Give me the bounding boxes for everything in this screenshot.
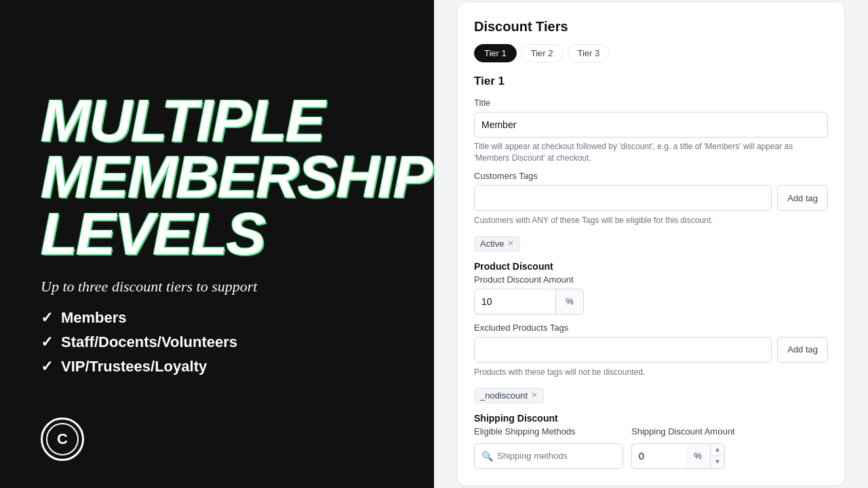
card-title: Discount Tiers — [474, 19, 828, 35]
title-input[interactable] — [474, 112, 828, 138]
excluded-tags-hint: Products with these tags will not be dis… — [474, 367, 828, 378]
tier-tabs: Tier 1 Tier 2 Tier 3 — [474, 44, 828, 62]
excluded-tags-row: Add tag — [474, 337, 828, 363]
title-hint-text: Title will appear at checkout followed b… — [474, 141, 828, 164]
shipping-percent-symbol: % — [686, 443, 710, 469]
customer-tags-hint: Customers with ANY of these Tags will be… — [474, 215, 828, 226]
discount-tiers-card: Discount Tiers Tier 1 Tier 2 Tier 3 Tier… — [458, 3, 844, 485]
spinner-down-button[interactable]: ▼ — [711, 456, 724, 468]
shipping-methods-label: Eligible Shipping Methods — [474, 426, 623, 436]
logo-letter: C — [57, 430, 68, 448]
tag-chip-nodiscount: _nodiscount ✕ — [474, 388, 544, 403]
shipping-amount-label: Shipping Discount Amount — [631, 426, 734, 436]
shipping-methods-search[interactable]: 🔍 — [474, 443, 623, 469]
customer-tags-group: Customers Tags Add tag Customers with AN… — [474, 171, 828, 251]
logo-outer-circle: C — [41, 418, 84, 461]
main-title: MULTIPLE MEMBERSHIP LEVELS — [41, 92, 393, 262]
customer-tag-input-wrap — [474, 185, 772, 211]
product-discount-section: Product Discount Product Discount Amount… — [474, 261, 828, 314]
left-panel: MULTIPLE MEMBERSHIP LEVELS Up to three d… — [0, 0, 434, 488]
add-customer-tag-button[interactable]: Add tag — [777, 185, 828, 211]
product-discount-input[interactable] — [474, 289, 555, 314]
title-field-label: Title — [474, 98, 828, 108]
feature-item-3: ✓ VIP/Trustees/Loyalty — [41, 358, 393, 375]
product-discount-amount-row: % — [474, 289, 596, 314]
shipping-amount-spinner: ▲ ▼ — [710, 443, 725, 469]
excluded-tags-input[interactable] — [474, 337, 772, 363]
logo-inner-circle: C — [46, 423, 79, 455]
remove-nodiscount-tag-button[interactable]: ✕ — [531, 390, 538, 400]
shipping-discount-input[interactable] — [631, 443, 686, 469]
add-excluded-tag-button[interactable]: Add tag — [777, 337, 828, 363]
feature-item-2: ✓ Staff/Docents/Volunteers — [41, 333, 393, 351]
tab-tier-3[interactable]: Tier 3 — [568, 44, 610, 62]
shipping-discount-section: Shipping Discount Eligible Shipping Meth… — [474, 413, 828, 469]
customer-tags-input[interactable] — [474, 185, 772, 211]
search-icon: 🔍 — [481, 451, 493, 462]
product-discount-title: Product Discount — [474, 261, 828, 272]
customer-tags-row: Add tag — [474, 185, 828, 211]
checkmark-3: ✓ — [41, 358, 53, 375]
shipping-amount-wrap: % ▲ ▼ — [631, 443, 734, 469]
tag-chip-active: Active ✕ — [474, 236, 520, 251]
excluded-tag-input-wrap — [474, 337, 772, 363]
remove-active-tag-button[interactable]: ✕ — [507, 239, 514, 248]
shipping-amount-col: Shipping Discount Amount % ▲ ▼ — [631, 426, 734, 469]
excluded-tags-group: Excluded Products Tags Add tag Products … — [474, 323, 828, 403]
spinner-up-button[interactable]: ▲ — [711, 444, 724, 457]
tab-tier-1[interactable]: Tier 1 — [474, 44, 517, 62]
title-field-group: Title Title will appear at checkout foll… — [474, 98, 828, 164]
customer-tag-chip-active: Active ✕ — [474, 233, 828, 251]
checkmark-1: ✓ — [41, 309, 53, 327]
customer-tags-label: Customers Tags — [474, 171, 828, 181]
shipping-discount-title: Shipping Discount — [474, 413, 828, 424]
logo-area: C — [41, 418, 84, 461]
excluded-tags-label: Excluded Products Tags — [474, 323, 828, 333]
product-discount-percent-symbol: % — [555, 289, 584, 314]
product-discount-amount-label: Product Discount Amount — [474, 274, 828, 285]
right-panel: Discount Tiers Tier 1 Tier 2 Tier 3 Tier… — [434, 0, 868, 488]
subtitle: Up to three discount tiers to support — [41, 278, 393, 296]
shipping-methods-input[interactable] — [497, 451, 616, 461]
feature-item-1: ✓ Members — [41, 309, 393, 327]
checkmark-2: ✓ — [41, 333, 53, 351]
features-list: ✓ Members ✓ Staff/Docents/Volunteers ✓ V… — [41, 309, 393, 382]
shipping-methods-col: Eligible Shipping Methods 🔍 — [474, 426, 623, 469]
shipping-discount-row: Eligible Shipping Methods 🔍 Shipping Dis… — [474, 426, 828, 469]
tab-tier-2[interactable]: Tier 2 — [521, 44, 564, 62]
section-tier1-title: Tier 1 — [474, 75, 828, 88]
